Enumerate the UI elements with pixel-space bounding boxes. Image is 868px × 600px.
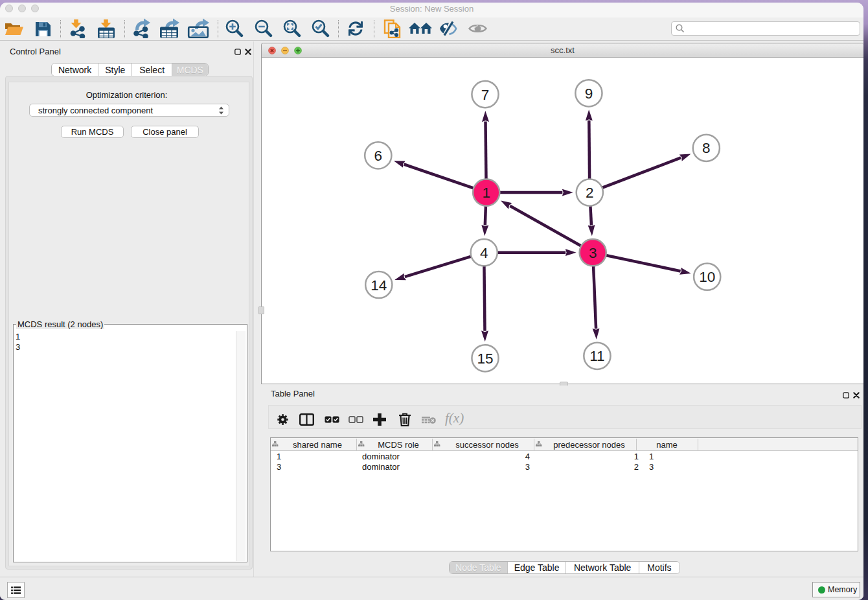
svg-text:4: 4 [480, 245, 488, 261]
svg-text:8: 8 [702, 140, 711, 156]
svg-text:6: 6 [374, 148, 383, 164]
svg-text:9: 9 [585, 86, 593, 102]
svg-text:3: 3 [589, 245, 597, 261]
svg-text:2: 2 [586, 185, 594, 201]
svg-text:11: 11 [589, 348, 604, 364]
svg-text:15: 15 [477, 351, 493, 367]
svg-text:7: 7 [481, 87, 490, 103]
svg-text:10: 10 [699, 269, 715, 285]
svg-text:14: 14 [371, 277, 387, 294]
svg-text:1: 1 [482, 185, 490, 201]
